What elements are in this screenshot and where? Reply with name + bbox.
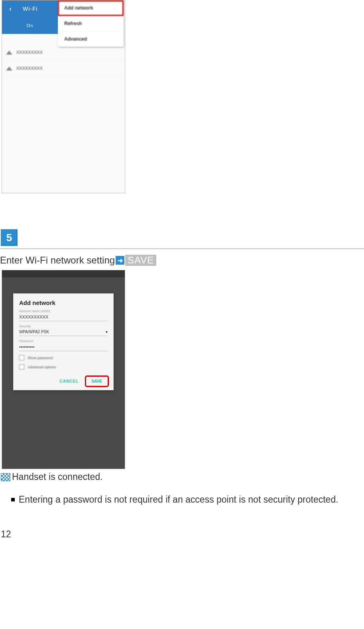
result-text: Handset is connected. [12, 472, 103, 482]
step-number-badge: 5 [1, 229, 18, 246]
ssid-label: Network name (SSID) [19, 309, 108, 313]
network-ssid: XXXXXXXXX [16, 50, 43, 55]
menu-item-advanced[interactable]: Advanced [58, 31, 124, 47]
overflow-menu: Add network Refresh Advanced [58, 0, 124, 47]
advanced-options-label: Advanced options [28, 365, 56, 369]
cancel-button[interactable]: CANCEL [60, 379, 79, 383]
network-row[interactable]: XXXXXXXXX [2, 44, 125, 60]
instruction-line: Enter Wi-Fi network setting ➜ SAVE [0, 255, 364, 266]
password-input[interactable]: •••••••••• [19, 343, 108, 351]
arrow-right-icon: ➜ [116, 256, 124, 265]
wifi-icon [6, 66, 12, 71]
ssid-input[interactable]: XXXXXXXXXX [19, 313, 108, 321]
network-row[interactable]: XXXXXXXXX [2, 60, 125, 76]
menu-item-refresh[interactable]: Refresh [58, 16, 124, 31]
security-label: Security [19, 324, 108, 328]
note-text: Entering a password is not required if a… [19, 494, 338, 505]
wifi-toggle-on[interactable]: On [2, 17, 58, 34]
checkbox-icon [19, 355, 24, 360]
network-ssid: XXXXXXXXX [16, 66, 43, 71]
bullet-icon [11, 498, 15, 501]
security-select[interactable]: WPA/WPA2 PSK ▾ [19, 328, 108, 336]
checkbox-icon [19, 364, 24, 370]
dialog-title: Add network [19, 299, 108, 306]
divider [0, 248, 364, 249]
wifi-icon [6, 50, 12, 55]
show-password-label: Show password [28, 356, 53, 360]
password-label: Password [19, 339, 108, 343]
chevron-down-icon: ▾ [106, 330, 108, 334]
screen-title: Wi-Fi [19, 0, 59, 17]
instruction-text: Enter Wi-Fi network setting [0, 255, 115, 266]
menu-item-add-network[interactable]: Add network [58, 0, 124, 16]
status-bar [2, 270, 125, 277]
back-icon[interactable]: ‹ [2, 0, 19, 17]
page-number: 12 [1, 529, 364, 548]
wifi-settings-screenshot: ‹ Wi-Fi On Add network Refresh Advanced … [2, 0, 125, 193]
add-network-dialog-screenshot: Add network Network name (SSID) XXXXXXXX… [2, 270, 125, 469]
flag-icon [1, 473, 10, 481]
save-label-chip: SAVE [125, 255, 156, 266]
save-button[interactable]: SAVE [86, 377, 108, 386]
advanced-options-checkbox[interactable]: Advanced options [19, 364, 108, 370]
add-network-dialog: Add network Network name (SSID) XXXXXXXX… [13, 293, 114, 390]
note-line: Entering a password is not required if a… [11, 494, 364, 505]
result-line: Handset is connected. [1, 472, 364, 482]
show-password-checkbox[interactable]: Show password [19, 355, 108, 360]
security-value: WPA/WPA2 PSK [19, 330, 49, 334]
